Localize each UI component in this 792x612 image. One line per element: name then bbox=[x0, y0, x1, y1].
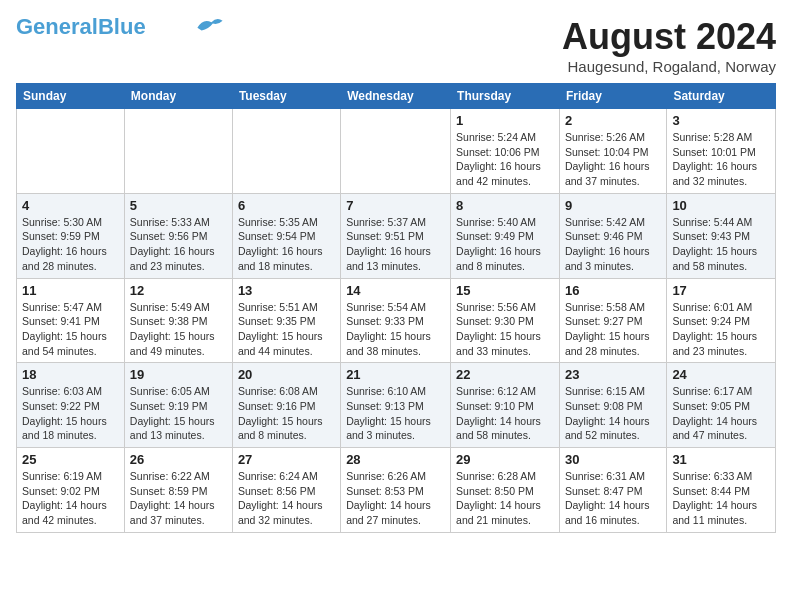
day-info: Sunrise: 6:05 AM Sunset: 9:19 PM Dayligh… bbox=[130, 384, 227, 443]
calendar-cell: 13Sunrise: 5:51 AM Sunset: 9:35 PM Dayli… bbox=[232, 278, 340, 363]
day-number: 19 bbox=[130, 367, 227, 382]
day-number: 12 bbox=[130, 283, 227, 298]
location-subtitle: Haugesund, Rogaland, Norway bbox=[562, 58, 776, 75]
day-info: Sunrise: 6:24 AM Sunset: 8:56 PM Dayligh… bbox=[238, 469, 335, 528]
logo-text: GeneralBlue bbox=[16, 16, 146, 38]
day-of-week-header: Sunday bbox=[17, 84, 125, 109]
calendar-cell: 18Sunrise: 6:03 AM Sunset: 9:22 PM Dayli… bbox=[17, 363, 125, 448]
calendar-cell: 20Sunrise: 6:08 AM Sunset: 9:16 PM Dayli… bbox=[232, 363, 340, 448]
calendar-cell: 11Sunrise: 5:47 AM Sunset: 9:41 PM Dayli… bbox=[17, 278, 125, 363]
day-info: Sunrise: 6:33 AM Sunset: 8:44 PM Dayligh… bbox=[672, 469, 770, 528]
calendar-cell: 17Sunrise: 6:01 AM Sunset: 9:24 PM Dayli… bbox=[667, 278, 776, 363]
day-info: Sunrise: 5:35 AM Sunset: 9:54 PM Dayligh… bbox=[238, 215, 335, 274]
day-info: Sunrise: 5:33 AM Sunset: 9:56 PM Dayligh… bbox=[130, 215, 227, 274]
day-info: Sunrise: 5:37 AM Sunset: 9:51 PM Dayligh… bbox=[346, 215, 445, 274]
day-number: 20 bbox=[238, 367, 335, 382]
title-area: August 2024 Haugesund, Rogaland, Norway bbox=[562, 16, 776, 75]
day-number: 3 bbox=[672, 113, 770, 128]
day-number: 6 bbox=[238, 198, 335, 213]
day-number: 28 bbox=[346, 452, 445, 467]
day-number: 31 bbox=[672, 452, 770, 467]
day-info: Sunrise: 5:24 AM Sunset: 10:06 PM Daylig… bbox=[456, 130, 554, 189]
day-number: 18 bbox=[22, 367, 119, 382]
calendar-cell: 6Sunrise: 5:35 AM Sunset: 9:54 PM Daylig… bbox=[232, 193, 340, 278]
calendar-cell: 9Sunrise: 5:42 AM Sunset: 9:46 PM Daylig… bbox=[559, 193, 666, 278]
calendar-cell: 5Sunrise: 5:33 AM Sunset: 9:56 PM Daylig… bbox=[124, 193, 232, 278]
day-number: 9 bbox=[565, 198, 661, 213]
day-info: Sunrise: 5:58 AM Sunset: 9:27 PM Dayligh… bbox=[565, 300, 661, 359]
month-year-title: August 2024 bbox=[562, 16, 776, 58]
day-number: 26 bbox=[130, 452, 227, 467]
day-info: Sunrise: 5:26 AM Sunset: 10:04 PM Daylig… bbox=[565, 130, 661, 189]
calendar-cell: 7Sunrise: 5:37 AM Sunset: 9:51 PM Daylig… bbox=[341, 193, 451, 278]
day-info: Sunrise: 6:08 AM Sunset: 9:16 PM Dayligh… bbox=[238, 384, 335, 443]
calendar-cell: 15Sunrise: 5:56 AM Sunset: 9:30 PM Dayli… bbox=[451, 278, 560, 363]
calendar-cell: 22Sunrise: 6:12 AM Sunset: 9:10 PM Dayli… bbox=[451, 363, 560, 448]
calendar-cell: 14Sunrise: 5:54 AM Sunset: 9:33 PM Dayli… bbox=[341, 278, 451, 363]
calendar-cell: 3Sunrise: 5:28 AM Sunset: 10:01 PM Dayli… bbox=[667, 109, 776, 194]
day-number: 14 bbox=[346, 283, 445, 298]
day-info: Sunrise: 5:30 AM Sunset: 9:59 PM Dayligh… bbox=[22, 215, 119, 274]
day-info: Sunrise: 6:26 AM Sunset: 8:53 PM Dayligh… bbox=[346, 469, 445, 528]
day-info: Sunrise: 5:56 AM Sunset: 9:30 PM Dayligh… bbox=[456, 300, 554, 359]
day-info: Sunrise: 5:28 AM Sunset: 10:01 PM Daylig… bbox=[672, 130, 770, 189]
day-info: Sunrise: 5:54 AM Sunset: 9:33 PM Dayligh… bbox=[346, 300, 445, 359]
calendar-body: 1Sunrise: 5:24 AM Sunset: 10:06 PM Dayli… bbox=[17, 109, 776, 533]
day-number: 2 bbox=[565, 113, 661, 128]
calendar-cell bbox=[124, 109, 232, 194]
calendar-week-row: 11Sunrise: 5:47 AM Sunset: 9:41 PM Dayli… bbox=[17, 278, 776, 363]
calendar-cell: 28Sunrise: 6:26 AM Sunset: 8:53 PM Dayli… bbox=[341, 448, 451, 533]
day-number: 8 bbox=[456, 198, 554, 213]
calendar-cell: 31Sunrise: 6:33 AM Sunset: 8:44 PM Dayli… bbox=[667, 448, 776, 533]
calendar-cell bbox=[17, 109, 125, 194]
calendar-cell: 25Sunrise: 6:19 AM Sunset: 9:02 PM Dayli… bbox=[17, 448, 125, 533]
calendar-cell bbox=[341, 109, 451, 194]
day-number: 21 bbox=[346, 367, 445, 382]
day-of-week-header: Wednesday bbox=[341, 84, 451, 109]
day-info: Sunrise: 6:28 AM Sunset: 8:50 PM Dayligh… bbox=[456, 469, 554, 528]
calendar-week-row: 18Sunrise: 6:03 AM Sunset: 9:22 PM Dayli… bbox=[17, 363, 776, 448]
day-info: Sunrise: 5:40 AM Sunset: 9:49 PM Dayligh… bbox=[456, 215, 554, 274]
day-of-week-header: Saturday bbox=[667, 84, 776, 109]
calendar-cell: 21Sunrise: 6:10 AM Sunset: 9:13 PM Dayli… bbox=[341, 363, 451, 448]
day-number: 25 bbox=[22, 452, 119, 467]
day-number: 4 bbox=[22, 198, 119, 213]
calendar-cell: 16Sunrise: 5:58 AM Sunset: 9:27 PM Dayli… bbox=[559, 278, 666, 363]
logo: GeneralBlue bbox=[16, 16, 224, 38]
day-number: 5 bbox=[130, 198, 227, 213]
day-number: 30 bbox=[565, 452, 661, 467]
day-of-week-header: Friday bbox=[559, 84, 666, 109]
day-number: 23 bbox=[565, 367, 661, 382]
calendar-cell: 27Sunrise: 6:24 AM Sunset: 8:56 PM Dayli… bbox=[232, 448, 340, 533]
day-info: Sunrise: 5:44 AM Sunset: 9:43 PM Dayligh… bbox=[672, 215, 770, 274]
day-number: 29 bbox=[456, 452, 554, 467]
calendar-cell: 2Sunrise: 5:26 AM Sunset: 10:04 PM Dayli… bbox=[559, 109, 666, 194]
day-info: Sunrise: 6:15 AM Sunset: 9:08 PM Dayligh… bbox=[565, 384, 661, 443]
day-info: Sunrise: 6:31 AM Sunset: 8:47 PM Dayligh… bbox=[565, 469, 661, 528]
day-info: Sunrise: 5:47 AM Sunset: 9:41 PM Dayligh… bbox=[22, 300, 119, 359]
day-info: Sunrise: 6:10 AM Sunset: 9:13 PM Dayligh… bbox=[346, 384, 445, 443]
day-info: Sunrise: 6:03 AM Sunset: 9:22 PM Dayligh… bbox=[22, 384, 119, 443]
day-number: 15 bbox=[456, 283, 554, 298]
day-info: Sunrise: 6:01 AM Sunset: 9:24 PM Dayligh… bbox=[672, 300, 770, 359]
day-number: 22 bbox=[456, 367, 554, 382]
day-info: Sunrise: 6:19 AM Sunset: 9:02 PM Dayligh… bbox=[22, 469, 119, 528]
page-header: GeneralBlue August 2024 Haugesund, Rogal… bbox=[16, 16, 776, 75]
calendar-cell: 19Sunrise: 6:05 AM Sunset: 9:19 PM Dayli… bbox=[124, 363, 232, 448]
calendar-cell: 12Sunrise: 5:49 AM Sunset: 9:38 PM Dayli… bbox=[124, 278, 232, 363]
day-number: 11 bbox=[22, 283, 119, 298]
day-info: Sunrise: 6:17 AM Sunset: 9:05 PM Dayligh… bbox=[672, 384, 770, 443]
calendar-cell: 1Sunrise: 5:24 AM Sunset: 10:06 PM Dayli… bbox=[451, 109, 560, 194]
calendar-cell: 24Sunrise: 6:17 AM Sunset: 9:05 PM Dayli… bbox=[667, 363, 776, 448]
day-number: 7 bbox=[346, 198, 445, 213]
logo-bird-icon bbox=[196, 15, 224, 35]
day-of-week-header: Monday bbox=[124, 84, 232, 109]
calendar-cell: 10Sunrise: 5:44 AM Sunset: 9:43 PM Dayli… bbox=[667, 193, 776, 278]
day-number: 27 bbox=[238, 452, 335, 467]
calendar-cell: 30Sunrise: 6:31 AM Sunset: 8:47 PM Dayli… bbox=[559, 448, 666, 533]
day-info: Sunrise: 5:49 AM Sunset: 9:38 PM Dayligh… bbox=[130, 300, 227, 359]
calendar-cell: 23Sunrise: 6:15 AM Sunset: 9:08 PM Dayli… bbox=[559, 363, 666, 448]
day-number: 1 bbox=[456, 113, 554, 128]
day-number: 10 bbox=[672, 198, 770, 213]
day-number: 17 bbox=[672, 283, 770, 298]
